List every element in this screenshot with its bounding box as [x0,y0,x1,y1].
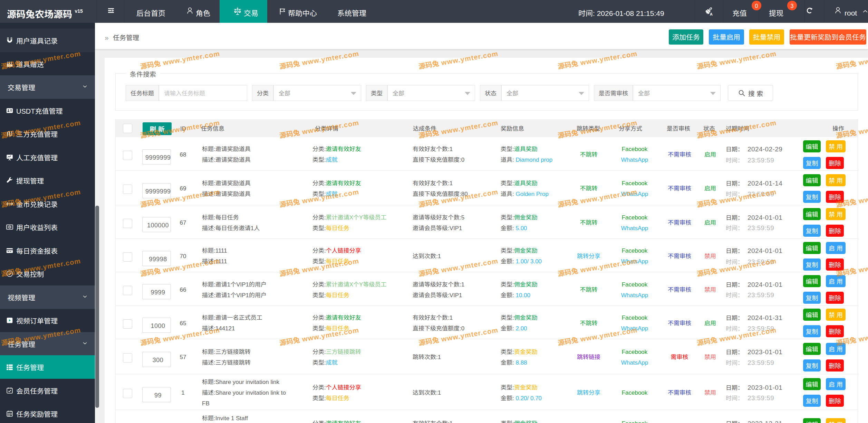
svg-text:A: A [710,12,713,16]
